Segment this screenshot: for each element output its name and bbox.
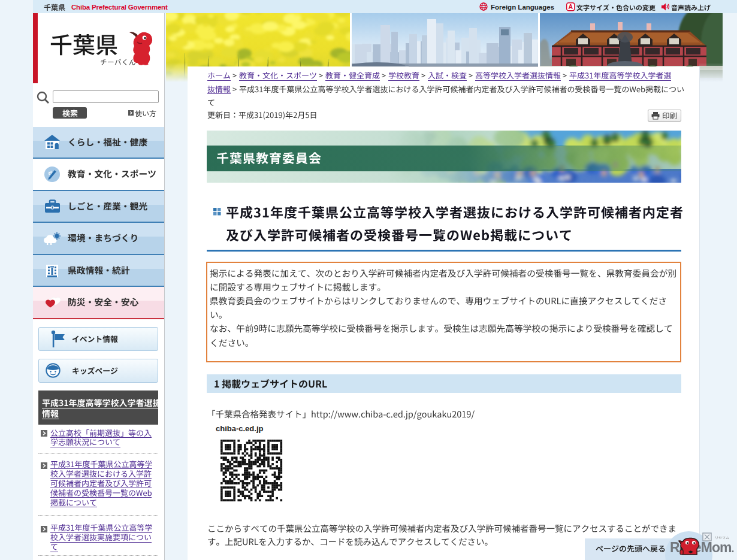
svg-text:A: A [568,3,573,10]
